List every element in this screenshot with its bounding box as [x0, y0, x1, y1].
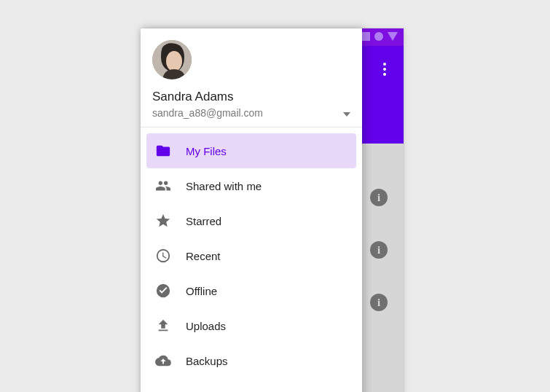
star-icon	[154, 213, 186, 229]
account-switcher[interactable]: sandra_a88@gmail.com	[152, 106, 350, 119]
svg-point-5	[383, 73, 386, 76]
svg-point-4	[383, 68, 386, 71]
account-name: Sandra Adams	[152, 90, 350, 104]
svg-rect-0	[361, 32, 370, 41]
nav-item-label: Starred	[186, 215, 221, 227]
nav-item-label: Backups	[186, 355, 228, 367]
svg-point-8	[166, 51, 182, 71]
avatar[interactable]	[152, 40, 192, 79]
info-icon[interactable]: i	[370, 189, 388, 206]
svg-marker-9	[343, 112, 350, 117]
svg-point-1	[374, 32, 383, 41]
nav-item-label: Offline	[186, 285, 217, 297]
folder-icon	[154, 143, 186, 159]
nav-item-starred[interactable]: Starred	[146, 203, 356, 238]
device-frame: i i i Sandra Adams	[141, 28, 404, 392]
nav-item-label: My Files	[186, 145, 227, 157]
info-icon[interactable]: i	[370, 241, 388, 259]
nav-item-label: Uploads	[186, 320, 226, 332]
nav-item-uploads[interactable]: Uploads	[146, 308, 356, 343]
status-square-icon	[361, 31, 370, 44]
nav-item-shared-with-me[interactable]: Shared with me	[146, 168, 356, 203]
nav-item-recent[interactable]: Recent	[146, 238, 356, 273]
clock-icon	[154, 248, 186, 264]
offline-pin-icon	[154, 283, 186, 299]
status-circle-icon	[374, 31, 383, 44]
chevron-down-icon	[343, 106, 350, 119]
people-icon	[154, 178, 186, 194]
nav-list: My Files Shared with me Starred Recent	[141, 128, 362, 378]
navigation-drawer: Sandra Adams sandra_a88@gmail.com My Fil…	[141, 28, 362, 392]
nav-item-offline[interactable]: Offline	[146, 273, 356, 308]
cloud-upload-icon	[154, 353, 186, 369]
nav-item-backups[interactable]: Backups	[146, 343, 356, 378]
account-email: sandra_a88@gmail.com	[152, 107, 263, 119]
svg-point-3	[383, 63, 386, 66]
more-vert-icon	[383, 63, 386, 76]
more-button[interactable]	[370, 55, 399, 84]
upload-icon	[154, 318, 186, 334]
nav-item-label: Recent	[186, 250, 221, 262]
status-triangle-icon	[388, 31, 398, 44]
nav-item-label: Shared with me	[186, 180, 262, 192]
svg-marker-2	[388, 32, 398, 41]
info-icon[interactable]: i	[370, 294, 388, 311]
nav-item-my-files[interactable]: My Files	[146, 133, 356, 168]
account-header: Sandra Adams sandra_a88@gmail.com	[141, 28, 362, 128]
